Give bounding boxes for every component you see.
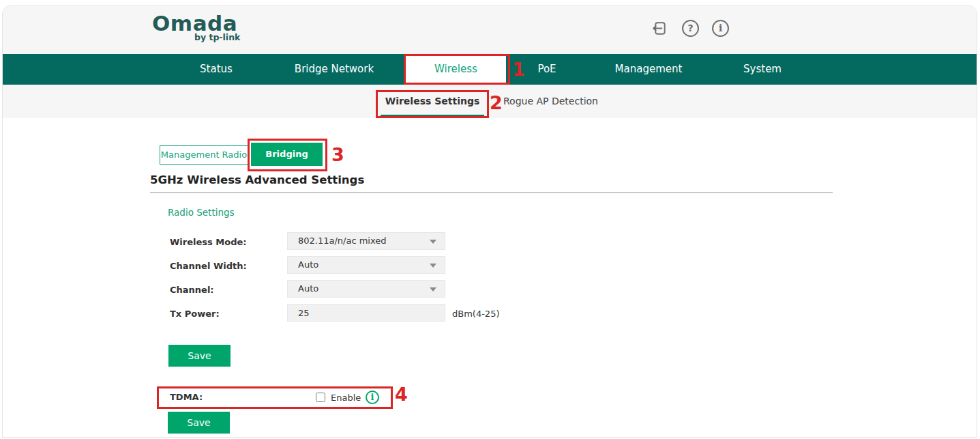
header: Omada by tp-link ? i <box>3 6 977 54</box>
tdma-enable-checkbox[interactable] <box>316 393 325 402</box>
tx-power-input[interactable] <box>287 304 445 322</box>
app-window: Omada by tp-link ? i Status Bridge Netwo… <box>2 5 977 438</box>
tx-power-label: Tx Power: <box>170 309 220 319</box>
channel-width-label: Channel Width: <box>170 261 247 271</box>
channel-width-select[interactable]: Auto <box>287 256 445 274</box>
tdma-enable-label[interactable]: Enable <box>331 393 361 403</box>
logo-title: Omada <box>152 12 240 35</box>
chevron-down-icon <box>430 287 436 292</box>
info-icon[interactable]: i <box>712 20 729 37</box>
annotation-number-3: 3 <box>331 145 344 165</box>
nav-item-management[interactable]: Management <box>615 54 683 85</box>
wireless-mode-label: Wireless Mode: <box>170 237 247 247</box>
page-title: 5GHz Wireless Advanced Settings <box>150 173 364 186</box>
nav-item-system[interactable]: System <box>743 54 782 85</box>
nav-item-poe[interactable]: PoE <box>537 54 556 85</box>
nav-item-wireless[interactable]: Wireless <box>406 54 506 85</box>
tdma-save-button[interactable]: Save <box>168 412 230 434</box>
channel-width-value: Auto <box>298 259 318 270</box>
chevron-down-icon <box>430 264 436 268</box>
tdma-label: TDMA: <box>170 392 203 402</box>
screen: Omada by tp-link ? i Status Bridge Netwo… <box>0 0 980 439</box>
chevron-down-icon <box>430 240 436 244</box>
save-button[interactable]: Save <box>168 345 231 367</box>
wireless-mode-value: 802.11a/n/ac mixed <box>298 236 387 246</box>
title-divider <box>150 192 833 193</box>
tdma-info-icon[interactable]: i <box>366 391 379 404</box>
tab-bridging-radio[interactable]: Bridging Radio <box>251 143 323 166</box>
channel-label: Channel: <box>170 285 214 295</box>
tx-power-unit: dBm(4-25) <box>452 309 499 319</box>
logout-icon[interactable] <box>651 20 668 37</box>
annotation-number-1: 1 <box>512 59 525 80</box>
subnav-tab-wireless-settings[interactable]: Wireless Settings <box>376 85 489 118</box>
wireless-mode-select[interactable]: 802.11a/n/ac mixed <box>287 232 445 250</box>
nav-item-status[interactable]: Status <box>200 54 233 85</box>
section-title-radio-settings: Radio Settings <box>168 207 235 218</box>
channel-value: Auto <box>298 283 318 294</box>
logo-subtitle: by tp-link <box>194 32 240 42</box>
channel-select[interactable]: Auto <box>287 280 445 298</box>
nav-item-bridge-network[interactable]: Bridge Network <box>295 54 374 85</box>
tab-management-radio[interactable]: Management Radio <box>160 145 248 165</box>
subnav-link-rogue-ap-detection[interactable]: Rogue AP Detection <box>503 85 598 118</box>
help-icon[interactable]: ? <box>682 20 699 37</box>
omada-logo: Omada by tp-link <box>152 12 240 42</box>
annotation-number-4: 4 <box>395 384 408 405</box>
annotation-number-2: 2 <box>490 93 503 113</box>
main-navbar: Status Bridge Network Wireless PoE Manag… <box>3 54 977 85</box>
